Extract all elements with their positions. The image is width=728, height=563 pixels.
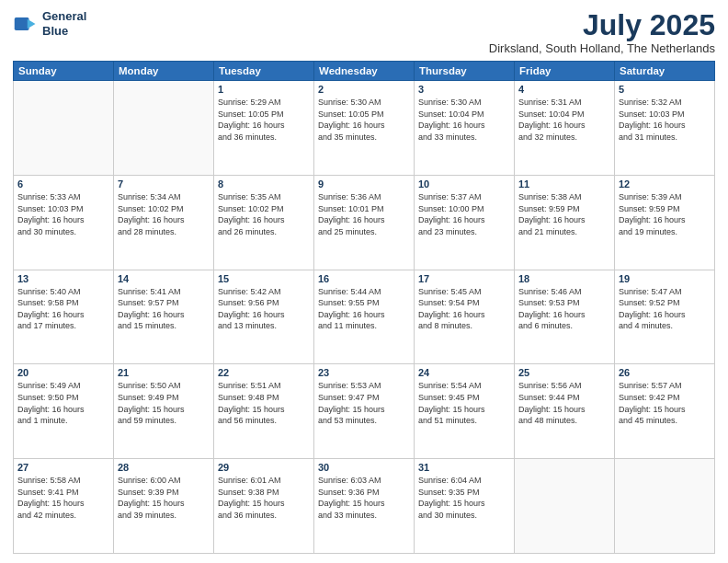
day-number: 2 <box>318 84 410 95</box>
cell-info: Sunrise: 5:38 AM Sunset: 9:59 PM Dayligh… <box>518 191 610 237</box>
weekday-header: Saturday <box>615 62 715 81</box>
calendar-cell: 23Sunrise: 5:53 AM Sunset: 9:47 PM Dayli… <box>314 364 415 459</box>
calendar-cell: 8Sunrise: 5:35 AM Sunset: 10:02 PM Dayli… <box>214 175 314 270</box>
day-number: 13 <box>17 273 109 284</box>
day-number: 10 <box>418 178 510 190</box>
day-number: 6 <box>17 178 109 190</box>
cell-info: Sunrise: 5:58 AM Sunset: 9:41 PM Dayligh… <box>17 475 109 521</box>
calendar-cell: 2Sunrise: 5:30 AM Sunset: 10:05 PM Dayli… <box>314 81 415 176</box>
cell-info: Sunrise: 5:29 AM Sunset: 10:05 PM Daylig… <box>218 97 310 143</box>
cell-info: Sunrise: 5:51 AM Sunset: 9:48 PM Dayligh… <box>218 380 310 426</box>
calendar-cell <box>515 459 615 554</box>
day-number: 21 <box>118 367 210 378</box>
calendar-cell: 18Sunrise: 5:46 AM Sunset: 9:53 PM Dayli… <box>515 270 615 364</box>
page: General Blue July 2025 Dirksland, South … <box>0 0 728 563</box>
calendar-week-row: 1Sunrise: 5:29 AM Sunset: 10:05 PM Dayli… <box>14 81 715 176</box>
cell-info: Sunrise: 5:42 AM Sunset: 9:56 PM Dayligh… <box>218 286 310 332</box>
weekday-header: Monday <box>114 62 214 81</box>
calendar-cell: 14Sunrise: 5:41 AM Sunset: 9:57 PM Dayli… <box>114 270 214 364</box>
day-number: 20 <box>17 367 109 378</box>
day-number: 31 <box>418 462 510 473</box>
cell-info: Sunrise: 5:31 AM Sunset: 10:04 PM Daylig… <box>518 97 610 143</box>
calendar-cell: 28Sunrise: 6:00 AM Sunset: 9:39 PM Dayli… <box>114 459 214 554</box>
calendar-cell: 30Sunrise: 6:03 AM Sunset: 9:36 PM Dayli… <box>314 459 415 554</box>
cell-info: Sunrise: 5:45 AM Sunset: 9:54 PM Dayligh… <box>418 286 510 332</box>
calendar-cell: 9Sunrise: 5:36 AM Sunset: 10:01 PM Dayli… <box>314 175 415 270</box>
calendar-cell <box>14 81 114 176</box>
cell-info: Sunrise: 5:54 AM Sunset: 9:45 PM Dayligh… <box>418 380 510 426</box>
day-number: 5 <box>619 84 711 95</box>
cell-info: Sunrise: 5:47 AM Sunset: 9:52 PM Dayligh… <box>619 286 711 332</box>
day-number: 18 <box>518 273 610 284</box>
cell-info: Sunrise: 5:30 AM Sunset: 10:04 PM Daylig… <box>418 97 510 143</box>
calendar-cell: 4Sunrise: 5:31 AM Sunset: 10:04 PM Dayli… <box>515 81 615 176</box>
day-number: 27 <box>17 462 109 473</box>
calendar-week-row: 13Sunrise: 5:40 AM Sunset: 9:58 PM Dayli… <box>14 270 715 364</box>
cell-info: Sunrise: 5:40 AM Sunset: 9:58 PM Dayligh… <box>17 286 109 332</box>
day-number: 11 <box>518 178 610 190</box>
cell-info: Sunrise: 5:41 AM Sunset: 9:57 PM Dayligh… <box>118 286 210 332</box>
day-number: 16 <box>318 273 410 284</box>
logo-text: General Blue <box>42 9 86 38</box>
calendar-cell: 29Sunrise: 6:01 AM Sunset: 9:38 PM Dayli… <box>214 459 314 554</box>
calendar-cell: 1Sunrise: 5:29 AM Sunset: 10:05 PM Dayli… <box>214 81 314 176</box>
day-number: 19 <box>619 273 711 284</box>
calendar-cell: 3Sunrise: 5:30 AM Sunset: 10:04 PM Dayli… <box>415 81 515 176</box>
day-number: 4 <box>518 84 610 95</box>
logo-icon <box>13 11 39 37</box>
calendar-cell: 12Sunrise: 5:39 AM Sunset: 9:59 PM Dayli… <box>615 175 715 270</box>
day-number: 30 <box>318 462 410 473</box>
svg-marker-1 <box>28 18 36 29</box>
cell-info: Sunrise: 5:32 AM Sunset: 10:03 PM Daylig… <box>619 97 711 143</box>
calendar-cell: 25Sunrise: 5:56 AM Sunset: 9:44 PM Dayli… <box>515 364 615 459</box>
day-number: 17 <box>418 273 510 284</box>
calendar-cell: 13Sunrise: 5:40 AM Sunset: 9:58 PM Dayli… <box>14 270 114 364</box>
calendar-cell: 24Sunrise: 5:54 AM Sunset: 9:45 PM Dayli… <box>415 364 515 459</box>
weekday-header: Sunday <box>14 62 114 81</box>
calendar-cell: 22Sunrise: 5:51 AM Sunset: 9:48 PM Dayli… <box>214 364 314 459</box>
cell-info: Sunrise: 5:39 AM Sunset: 9:59 PM Dayligh… <box>619 191 711 237</box>
calendar-cell: 10Sunrise: 5:37 AM Sunset: 10:00 PM Dayl… <box>415 175 515 270</box>
day-number: 8 <box>218 178 310 190</box>
calendar-cell <box>615 459 715 554</box>
cell-info: Sunrise: 6:00 AM Sunset: 9:39 PM Dayligh… <box>118 475 210 521</box>
calendar-cell: 16Sunrise: 5:44 AM Sunset: 9:55 PM Dayli… <box>314 270 415 364</box>
calendar-cell: 11Sunrise: 5:38 AM Sunset: 9:59 PM Dayli… <box>515 175 615 270</box>
day-number: 15 <box>218 273 310 284</box>
cell-info: Sunrise: 5:37 AM Sunset: 10:00 PM Daylig… <box>418 191 510 237</box>
calendar-cell <box>114 81 214 176</box>
svg-rect-0 <box>15 17 29 30</box>
weekday-header: Tuesday <box>214 62 314 81</box>
location-subtitle: Dirksland, South Holland, The Netherland… <box>489 41 715 55</box>
day-number: 22 <box>218 367 310 378</box>
calendar-cell: 31Sunrise: 6:04 AM Sunset: 9:35 PM Dayli… <box>415 459 515 554</box>
logo: General Blue <box>13 9 86 38</box>
day-number: 29 <box>218 462 310 473</box>
calendar-cell: 26Sunrise: 5:57 AM Sunset: 9:42 PM Dayli… <box>615 364 715 459</box>
calendar-cell: 17Sunrise: 5:45 AM Sunset: 9:54 PM Dayli… <box>415 270 515 364</box>
cell-info: Sunrise: 5:34 AM Sunset: 10:02 PM Daylig… <box>118 191 210 237</box>
weekday-header-row: SundayMondayTuesdayWednesdayThursdayFrid… <box>14 62 715 81</box>
month-title: July 2025 <box>489 9 715 41</box>
cell-info: Sunrise: 5:36 AM Sunset: 10:01 PM Daylig… <box>318 191 410 237</box>
day-number: 9 <box>318 178 410 190</box>
weekday-header: Friday <box>515 62 615 81</box>
cell-info: Sunrise: 5:35 AM Sunset: 10:02 PM Daylig… <box>218 191 310 237</box>
day-number: 24 <box>418 367 510 378</box>
calendar-week-row: 27Sunrise: 5:58 AM Sunset: 9:41 PM Dayli… <box>14 459 715 554</box>
calendar-week-row: 20Sunrise: 5:49 AM Sunset: 9:50 PM Dayli… <box>14 364 715 459</box>
cell-info: Sunrise: 5:46 AM Sunset: 9:53 PM Dayligh… <box>518 286 610 332</box>
cell-info: Sunrise: 6:04 AM Sunset: 9:35 PM Dayligh… <box>418 475 510 521</box>
cell-info: Sunrise: 5:50 AM Sunset: 9:49 PM Dayligh… <box>118 380 210 426</box>
title-block: July 2025 Dirksland, South Holland, The … <box>489 9 715 55</box>
cell-info: Sunrise: 5:53 AM Sunset: 9:47 PM Dayligh… <box>318 380 410 426</box>
weekday-header: Thursday <box>415 62 515 81</box>
cell-info: Sunrise: 5:30 AM Sunset: 10:05 PM Daylig… <box>318 97 410 143</box>
cell-info: Sunrise: 5:57 AM Sunset: 9:42 PM Dayligh… <box>619 380 711 426</box>
calendar-cell: 21Sunrise: 5:50 AM Sunset: 9:49 PM Dayli… <box>114 364 214 459</box>
day-number: 3 <box>418 84 510 95</box>
weekday-header: Wednesday <box>314 62 415 81</box>
day-number: 12 <box>619 178 711 190</box>
day-number: 23 <box>318 367 410 378</box>
cell-info: Sunrise: 5:44 AM Sunset: 9:55 PM Dayligh… <box>318 286 410 332</box>
